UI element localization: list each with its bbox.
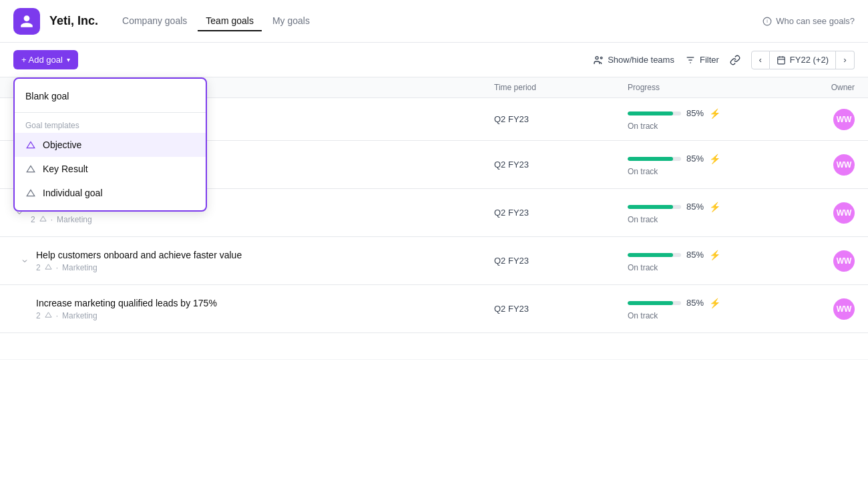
avatar: WW xyxy=(833,202,855,224)
lightning-icon: ⚡ xyxy=(709,108,720,119)
avatar: WW xyxy=(833,298,855,320)
table-row: Help customers onboard and achieve faste… xyxy=(0,237,868,285)
meta-count: 2 xyxy=(36,263,41,272)
on-track-label: On track xyxy=(628,215,775,224)
svg-point-2 xyxy=(596,56,598,59)
col-time-period: Time period xyxy=(494,83,628,92)
time-period: Q2 FY23 xyxy=(494,114,628,124)
dot-separator: · xyxy=(51,215,53,224)
time-period: Q2 FY23 xyxy=(494,256,628,266)
key-result-icon xyxy=(25,164,36,174)
on-track-label: On track xyxy=(628,311,775,320)
meta-dept: Marketing xyxy=(57,215,92,224)
progress-bar-bg xyxy=(628,253,681,257)
meta-dept: Marketing xyxy=(62,263,97,272)
progress-pct: 85% xyxy=(686,250,704,260)
triangle-small-icon xyxy=(45,263,52,272)
who-can-see-label[interactable]: Who can see goals? xyxy=(776,16,855,26)
dropdown-divider xyxy=(15,112,206,113)
add-goal-button[interactable]: + Add goal ▾ xyxy=(13,50,78,69)
add-goal-dropdown: Blank goal Goal templates Objective Key … xyxy=(13,77,207,212)
goal-meta: 2 · Marketing xyxy=(36,263,242,272)
meta-count: 2 xyxy=(31,215,35,224)
col-owner: Owner xyxy=(775,83,855,92)
link-button[interactable] xyxy=(730,55,740,65)
progress-cell: 85% ⚡ On track xyxy=(628,154,775,176)
svg-rect-7 xyxy=(778,57,785,64)
progress-bar-fill xyxy=(628,301,673,305)
header-right: i Who can see goals? xyxy=(763,16,855,26)
objective-option[interactable]: Objective xyxy=(15,133,206,157)
on-track-label: On track xyxy=(628,263,775,272)
svg-text:i: i xyxy=(767,19,768,23)
on-track-label: On track xyxy=(628,121,775,131)
dot-separator: · xyxy=(56,311,58,320)
tab-my-goals[interactable]: My goals xyxy=(264,11,318,31)
progress-bar-bg xyxy=(628,157,681,161)
triangle-small-icon xyxy=(45,311,52,320)
progress-bar-bg xyxy=(628,205,681,209)
svg-marker-17 xyxy=(45,264,51,268)
owner-cell: WW xyxy=(775,154,855,176)
progress-cell: 85% ⚡ On track xyxy=(628,298,775,320)
col-progress: Progress xyxy=(628,83,775,92)
time-period: Q2 FY23 xyxy=(494,160,628,170)
individual-goal-option[interactable]: Individual goal xyxy=(15,181,206,205)
key-result-option[interactable]: Key Result xyxy=(15,157,206,181)
time-period: Q2 FY23 xyxy=(494,208,628,218)
progress-pct: 85% xyxy=(686,298,704,308)
progress-bar-row: 85% ⚡ xyxy=(628,154,775,164)
svg-marker-18 xyxy=(45,312,51,316)
progress-bar-bg xyxy=(628,301,681,305)
progress-pct: 85% xyxy=(686,154,704,164)
meta-dept: Marketing xyxy=(62,311,97,320)
progress-bar-fill xyxy=(628,253,673,257)
on-track-label: On track xyxy=(628,167,775,176)
period-selector[interactable]: FY22 (+2) xyxy=(770,51,836,69)
avatar: WW xyxy=(833,109,855,130)
progress-cell: 85% ⚡ On track xyxy=(628,250,775,272)
collapse-icon[interactable] xyxy=(19,255,31,267)
toolbar: + Add goal ▾ Show/hide teams Filter ‹ FY… xyxy=(0,43,868,77)
prev-period-button[interactable]: ‹ xyxy=(751,51,770,69)
info-icon: i xyxy=(763,17,772,26)
triangle-small-icon xyxy=(39,215,47,224)
avatar: WW xyxy=(833,154,855,176)
filter-button[interactable]: Filter xyxy=(685,55,719,65)
owner-cell: WW xyxy=(775,202,855,224)
svg-marker-16 xyxy=(40,216,46,220)
svg-point-3 xyxy=(601,57,603,59)
team-icon xyxy=(593,55,604,65)
time-period: Q2 FY23 xyxy=(494,304,628,314)
goal-cell xyxy=(19,338,494,354)
avatar: WW xyxy=(833,250,855,272)
progress-pct: 85% xyxy=(686,202,704,212)
lightning-icon: ⚡ xyxy=(709,202,720,212)
progress-bar-fill xyxy=(628,111,673,115)
chevron-down-icon: ▾ xyxy=(67,56,70,63)
show-hide-teams-button[interactable]: Show/hide teams xyxy=(593,55,674,65)
next-period-button[interactable]: › xyxy=(836,51,855,69)
progress-cell: 85% ⚡ On track xyxy=(628,108,775,131)
svg-marker-11 xyxy=(27,142,35,148)
link-icon xyxy=(730,55,740,65)
goal-title: Increase marketing qualified leads by 17… xyxy=(36,298,217,308)
goal-title: Help customers onboard and achieve faste… xyxy=(36,250,242,260)
blank-goal-option[interactable]: Blank goal xyxy=(15,84,206,108)
tab-company-goals[interactable]: Company goals xyxy=(114,11,195,31)
progress-bar-row: 85% ⚡ xyxy=(628,202,775,212)
progress-pct: 85% xyxy=(686,108,704,118)
progress-bar-row: 85% ⚡ xyxy=(628,250,775,260)
tab-team-goals[interactable]: Team goals xyxy=(198,11,262,31)
header: Yeti, Inc. Company goals Team goals My g… xyxy=(0,0,868,43)
svg-marker-12 xyxy=(27,166,35,172)
svg-marker-13 xyxy=(27,190,35,196)
app-icon xyxy=(13,8,40,35)
lightning-icon: ⚡ xyxy=(709,298,720,308)
objective-icon xyxy=(25,140,36,150)
progress-cell: 85% ⚡ On track xyxy=(628,202,775,224)
goal-templates-label: Goal templates xyxy=(15,117,206,133)
calendar-icon xyxy=(777,55,786,65)
owner-cell: WW xyxy=(775,298,855,320)
progress-bar-fill xyxy=(628,205,673,209)
